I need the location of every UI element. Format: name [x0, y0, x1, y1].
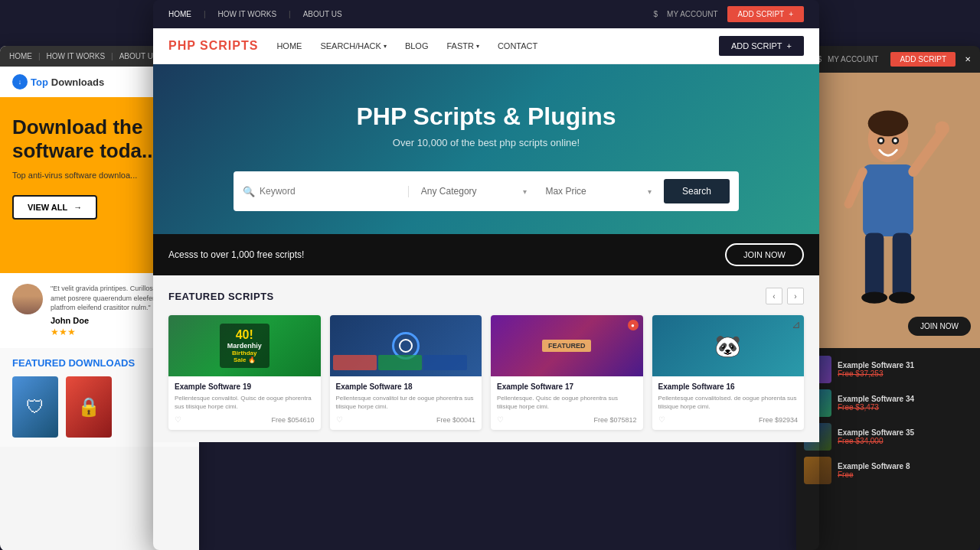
logo-suffix: Downloads: [51, 76, 104, 88]
card-1-title: Example Software 19: [175, 382, 315, 391]
featured-card-2: Example Software 18 Pellentesque convali…: [330, 315, 482, 430]
center-nav-right: $ MY ACCOUNT ADD SCRIPT +: [654, 6, 804, 22]
access-text: Acesss to over 1,000 free scripts!: [168, 249, 304, 260]
carousel-prev-button[interactable]: ‹: [766, 288, 782, 304]
left-nav-how[interactable]: HOW IT WORKS: [47, 52, 105, 60]
search-input[interactable]: [260, 186, 402, 197]
product-thumb-2: 🔒: [66, 376, 112, 438]
card-1-price: Free $054610: [271, 416, 314, 424]
search-bar: 🔍 Any Category ▾ Max Price ▾ Search: [234, 171, 739, 211]
center-nav-sep1: |: [204, 10, 206, 18]
card-4-thumbnail: 🐼 ⊿: [652, 315, 805, 376]
product-icon-1: 🛡: [26, 396, 44, 418]
my-account-link[interactable]: MY ACCOUNT: [667, 10, 718, 18]
right-item-4-title: Example Software 8: [838, 462, 972, 470]
plus-icon: +: [789, 10, 793, 18]
dollar-icon: $: [654, 10, 658, 18]
right-item-1-title: Example Software 31: [838, 361, 972, 369]
product-thumb-1: 🛡: [12, 376, 58, 438]
featured-card-4: 🐼 ⊿ Example Software 16 Pellentesque con…: [652, 315, 805, 430]
card-2-title: Example Software 18: [336, 382, 476, 391]
svg-point-13: [893, 139, 897, 143]
category-select[interactable]: Any Category ▾: [415, 186, 534, 197]
svg-rect-6: [865, 233, 884, 298]
featured-card-3: FEATURED ● Example Software 17 Pellentes…: [491, 315, 643, 430]
card-1-thumbnail: 40! Mardenhiy Birthday Sale 🔥: [168, 315, 321, 376]
panda-icon: 🐼: [714, 334, 741, 359]
card-3-price: Free $075812: [593, 416, 636, 424]
price-select[interactable]: Max Price ▾: [539, 186, 658, 197]
subnav-fastr-link[interactable]: FASTR ▾: [446, 41, 479, 50]
product-icon-2: 🔒: [77, 396, 100, 418]
brand-scripts: SCRIPTS: [200, 39, 258, 52]
center-subnav: PHP SCRIPTS HOME SEARCH/HACK ▾ BLOG FAST…: [153, 28, 819, 64]
subnav-plus-icon: +: [787, 41, 792, 50]
center-nav-how[interactable]: HOW IT WORKS: [218, 10, 276, 18]
right-item-1-info: Example Software 31 Free $37,253: [838, 361, 972, 378]
search-input-wrap: 🔍: [243, 186, 409, 197]
subnav-add-script-button[interactable]: ADD SCRIPT +: [719, 36, 804, 56]
card-4-description: Pellentesque convalitolsed. de oogue pho…: [658, 394, 799, 411]
svg-rect-2: [863, 164, 913, 236]
center-nav-sep2: |: [289, 10, 291, 18]
svg-point-8: [861, 292, 887, 304]
center-add-script-button[interactable]: ADD SCRIPT +: [727, 6, 804, 22]
heart-icon-3: ♡: [497, 415, 504, 424]
right-item-2-price: Free $3,473: [838, 403, 972, 412]
right-panel-nav: $ MY ACCOUNT ADD SCRIPT ✕: [796, 46, 980, 73]
card-4-footer: ♡ Free $92934: [658, 415, 799, 424]
card-4-title: Example Software 16: [658, 382, 799, 391]
heart-icon: ♡: [175, 415, 181, 424]
left-nav-sep2: |: [111, 52, 113, 60]
subnav-home-link[interactable]: HOME: [276, 41, 302, 50]
logo-prefix: Top: [31, 76, 48, 88]
card-3-title: Example Software 17: [497, 382, 637, 391]
card-3-body: Example Software 17 Pellentesque. Quisc …: [491, 376, 643, 430]
card-3-footer: ♡ Free $075812: [497, 415, 637, 424]
join-now-button[interactable]: JOIN NOW: [725, 243, 804, 266]
right-panel-hero-image: JOIN NOW: [796, 73, 980, 348]
right-panel-list: Example Software 31 Free $37,253 Example…: [796, 348, 980, 498]
brand-logo: PHP SCRIPTS: [168, 39, 258, 53]
right-item-2-info: Example Software 34 Free $3,473: [838, 395, 972, 412]
right-list-item: Example Software 35 Free $34,000: [804, 423, 972, 451]
right-join-now-button[interactable]: JOIN NOW: [908, 317, 971, 336]
arrow-right-icon: →: [74, 203, 82, 212]
center-hero: PHP Scripts & Plugins Over 10,000 of the…: [153, 64, 819, 234]
view-all-button[interactable]: VIEW ALL →: [12, 195, 97, 220]
carousel-nav-arrows: ‹ ›: [766, 288, 804, 304]
chevron-down-icon: ▾: [384, 43, 387, 50]
logo-icon: ↓: [12, 74, 28, 89]
right-list-item: Example Software 8 Free: [804, 457, 972, 484]
card-3-thumbnail: FEATURED ●: [491, 315, 643, 376]
subnav-blog-link[interactable]: BLOG: [405, 41, 429, 50]
right-item-3-info: Example Software 35 Free $34,000: [838, 428, 972, 445]
subnav-contact-link[interactable]: CONTACT: [498, 41, 537, 50]
brand-php: PHP: [168, 39, 196, 52]
access-bar: Acesss to over 1,000 free scripts! JOIN …: [153, 234, 819, 275]
featured-scripts-section: FEATURED SCRIPTS ‹ › 40! Mardenhiy Birth…: [153, 275, 819, 442]
hero-subtitle: Over 10,000 of the best php scripts onli…: [168, 137, 804, 148]
card-2-footer: ♡ Free $00041: [336, 415, 476, 424]
center-nav-about[interactable]: ABOUT US: [303, 10, 342, 18]
featured-cards-row: 40! Mardenhiy Birthday Sale 🔥 Example So…: [168, 315, 804, 430]
card-2-thumbnail: [330, 315, 482, 376]
featured-scripts-header: FEATURED SCRIPTS ‹ ›: [168, 288, 804, 304]
center-nav-home[interactable]: HOME: [168, 10, 191, 18]
svg-point-9: [889, 292, 915, 304]
search-button[interactable]: Search: [664, 179, 730, 203]
left-nav-about[interactable]: ABOUT US: [119, 52, 158, 60]
category-chevron-icon: ▾: [523, 187, 527, 196]
hero-title: PHP Scripts & Plugins: [168, 103, 804, 131]
background: HOME | HOW IT WORKS | ABOUT US ↓ Top Dow…: [0, 0, 980, 550]
featured-scripts-title: FEATURED SCRIPTS: [168, 291, 274, 302]
left-nav-home[interactable]: HOME: [9, 52, 32, 60]
right-add-script-button[interactable]: ADD SCRIPT: [890, 52, 956, 67]
bookmark-icon: ⊿: [792, 318, 801, 330]
right-list-item: Example Software 31 Free $37,253: [804, 356, 972, 383]
person-illustration: [819, 103, 957, 348]
svg-line-5: [848, 171, 863, 203]
carousel-next-button[interactable]: ›: [787, 288, 804, 304]
card-4-body: Example Software 16 Pellentesque convali…: [652, 376, 805, 430]
subnav-search-link[interactable]: SEARCH/HACK ▾: [320, 41, 386, 50]
